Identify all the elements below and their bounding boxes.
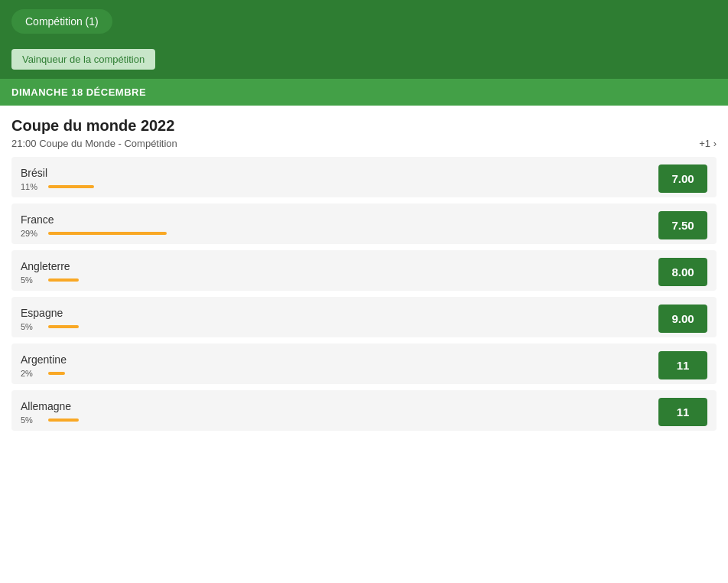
bet-bar-row: 5%: [21, 322, 649, 331]
bet-odds-button[interactable]: 11: [658, 398, 707, 426]
bet-item: Argentine 2% 11: [11, 344, 717, 384]
bet-item-left: France 29%: [21, 213, 649, 238]
team-name: Brésil: [21, 167, 649, 179]
bet-bar-fill: [48, 232, 167, 235]
event-time: 21:00: [11, 138, 37, 149]
bet-percentage: 2%: [21, 369, 42, 378]
bet-bar-row: 2%: [21, 369, 649, 378]
bet-bar-background: [48, 185, 201, 188]
more-link[interactable]: +1 ›: [699, 138, 717, 149]
bet-percentage: 11%: [21, 182, 42, 191]
team-name: Allemagne: [21, 400, 649, 412]
bet-odds-button[interactable]: 11: [658, 351, 707, 379]
bet-item-left: Argentine 2%: [21, 353, 649, 378]
event-meta-row: 21:00 Coupe du Monde - Compétition +1 ›: [11, 138, 717, 149]
bet-item: France 29% 7.50: [11, 204, 717, 244]
bet-item-left: Espagne 5%: [21, 307, 649, 331]
bet-odds-button[interactable]: 9.00: [658, 305, 707, 333]
bet-bar-background: [48, 372, 201, 375]
event-meta: 21:00 Coupe du Monde - Compétition: [11, 138, 177, 149]
bet-bar-row: 5%: [21, 415, 649, 425]
bet-bar-background: [48, 278, 201, 282]
bet-odds-button[interactable]: 8.00: [658, 258, 707, 286]
event-competition: Coupe du Monde - Compétition: [39, 138, 177, 149]
event-title: Coupe du monde 2022: [11, 117, 717, 135]
team-name: Espagne: [21, 307, 649, 319]
competition-filter-button[interactable]: Compétition (1): [11, 9, 112, 34]
sub-filter-bar: Vainqueur de la compétition: [0, 43, 728, 79]
bet-odds-button[interactable]: 7.50: [658, 211, 707, 239]
bet-bar-background: [48, 325, 201, 328]
date-text: DIMANCHE 18 DÉCEMBRE: [11, 86, 146, 98]
bet-item-left: Angleterre 5%: [21, 260, 649, 285]
bet-odds-button[interactable]: 7.00: [658, 164, 707, 193]
bet-bar-fill: [48, 278, 79, 282]
bet-bar-row: 5%: [21, 275, 649, 285]
filter-bar: Compétition (1): [0, 0, 728, 43]
bet-item-left: Brésil 11%: [21, 167, 649, 191]
bet-bar-fill: [48, 325, 79, 328]
date-header: DIMANCHE 18 DÉCEMBRE: [0, 79, 728, 106]
bet-bar-fill: [48, 372, 65, 375]
bet-percentage: 5%: [21, 415, 42, 425]
bet-bar-row: 11%: [21, 182, 649, 191]
main-content: Coupe du monde 2022 21:00 Coupe du Monde…: [0, 106, 728, 445]
vainqueur-filter-button[interactable]: Vainqueur de la compétition: [11, 49, 155, 70]
bet-item: Espagne 5% 9.00: [11, 297, 717, 337]
bet-item: Angleterre 5% 8.00: [11, 250, 717, 291]
team-name: Angleterre: [21, 260, 649, 272]
bet-bar-fill: [48, 419, 79, 422]
bet-item: Allemagne 5% 11: [11, 390, 717, 431]
bet-bar-fill: [48, 185, 94, 188]
bet-percentage: 5%: [21, 275, 42, 285]
bet-percentage: 5%: [21, 322, 42, 331]
bet-percentage: 29%: [21, 229, 42, 238]
bet-bar-row: 29%: [21, 229, 649, 238]
bet-bar-background: [48, 419, 201, 422]
teams-list: Brésil 11% 7.00 France 29% 7: [11, 157, 717, 431]
bet-item: Brésil 11% 7.00: [11, 157, 717, 197]
team-name: Argentine: [21, 353, 649, 366]
team-name: France: [21, 213, 649, 226]
bet-bar-background: [48, 232, 201, 235]
bet-item-left: Allemagne 5%: [21, 400, 649, 425]
